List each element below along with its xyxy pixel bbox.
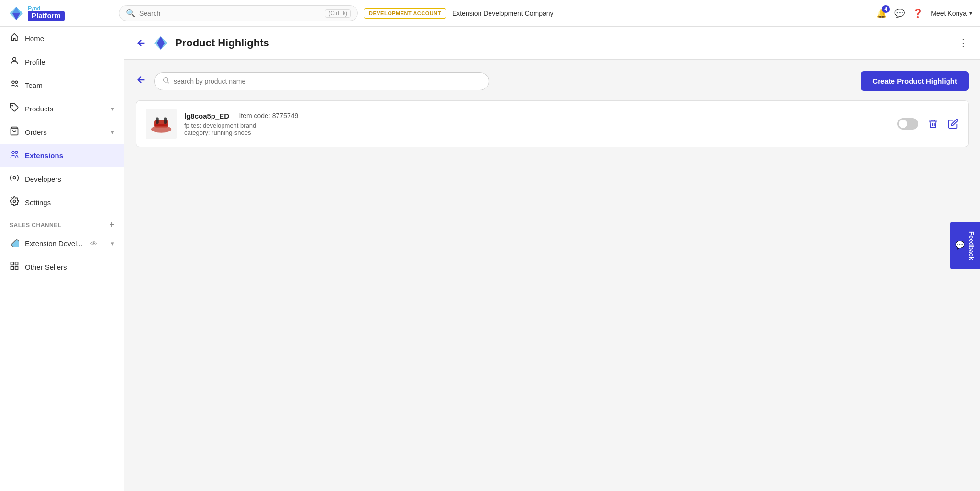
sidebar-item-extension-devel[interactable]: Extension Devel... 👁 ▾ [0, 232, 124, 255]
orders-icon [10, 126, 19, 138]
feedback-label: Feedback [968, 231, 975, 260]
svg-point-19 [164, 77, 168, 82]
sidebar-item-team[interactable]: Team [0, 74, 124, 97]
sidebar-item-orders[interactable]: Orders ▾ [0, 120, 124, 144]
sidebar-label-developers: Developers [25, 175, 61, 183]
developers-icon [10, 173, 19, 185]
sidebar-item-extensions[interactable]: Extensions [0, 144, 124, 167]
svg-point-10 [13, 177, 16, 179]
product-search-input[interactable] [174, 77, 481, 85]
sidebar-item-settings[interactable]: Settings [0, 191, 124, 214]
svg-rect-22 [156, 118, 159, 124]
sidebar: Home Profile Team Products ▾ Orders [0, 27, 124, 491]
sidebar-item-home[interactable]: Home [0, 27, 124, 50]
other-sellers-icon [10, 261, 19, 273]
product-search-icon [162, 76, 170, 86]
table-row: lg8coa5p_ED | Item code: 8775749 fp test… [136, 100, 969, 147]
delete-button[interactable] [928, 119, 938, 129]
help-button[interactable]: ❓ [913, 8, 923, 19]
user-name: Meet Koriya [931, 10, 967, 17]
feedback-chat-icon: 💬 [955, 240, 964, 250]
nav-icons: 🔔 4 💬 ❓ Meet Koriya ▾ [876, 8, 972, 19]
products-icon [10, 103, 19, 115]
notifications-button[interactable]: 🔔 4 [876, 8, 887, 19]
eye-icon: 👁 [90, 240, 97, 248]
page-header-icon [152, 34, 169, 52]
sidebar-item-other-sellers[interactable]: Other Sellers [0, 255, 124, 279]
global-search[interactable]: 🔍 (Ctrl+k) [119, 5, 358, 21]
add-sales-channel-button[interactable]: + [109, 220, 114, 230]
sidebar-label-extension-devel: Extension Devel... [25, 240, 83, 248]
svg-point-5 [15, 81, 18, 83]
product-thumbnail [147, 109, 176, 138]
svg-point-11 [13, 200, 16, 203]
product-category: category: running-shoes [184, 129, 890, 136]
logo[interactable]: Fynd Platform [8, 5, 113, 22]
product-brand: fp test development brand [184, 122, 890, 129]
profile-icon [10, 56, 19, 68]
content-area: Create Product Highlight [124, 60, 980, 491]
search-input[interactable] [139, 10, 321, 17]
page-title: Product Highlights [175, 37, 269, 49]
svg-point-4 [12, 81, 14, 83]
product-list: lg8coa5p_ED | Item code: 8775749 fp test… [136, 100, 969, 147]
orders-chevron: ▾ [111, 129, 114, 136]
svg-rect-15 [11, 267, 14, 270]
search-shortcut: (Ctrl+k) [325, 9, 351, 18]
svg-point-6 [12, 105, 13, 106]
logo-icon [8, 5, 25, 22]
feedback-tab[interactable]: Feedback 💬 [950, 222, 980, 270]
dev-account-badge: DEVELOPMENT ACCOUNT [364, 8, 446, 19]
logo-platform-text: Platform [28, 11, 65, 21]
create-product-highlight-button[interactable]: Create Product Highlight [861, 71, 969, 91]
svg-point-9 [15, 151, 18, 153]
sidebar-item-developers[interactable]: Developers [0, 167, 124, 191]
sidebar-label-home: Home [25, 34, 44, 43]
sidebar-label-orders: Orders [25, 128, 47, 136]
back-button[interactable] [136, 38, 146, 48]
svg-rect-13 [11, 262, 14, 265]
svg-point-8 [12, 151, 14, 153]
product-name: lg8coa5p_ED [184, 112, 229, 120]
svg-point-3 [13, 57, 16, 61]
extension-devel-icon [10, 238, 19, 250]
home-icon [10, 33, 19, 44]
content-back-button[interactable] [136, 75, 146, 87]
sidebar-item-profile[interactable]: Profile [0, 50, 124, 74]
sidebar-label-team: Team [25, 81, 43, 89]
svg-marker-18 [157, 36, 165, 50]
product-item-code: 8775749 [272, 112, 299, 120]
sidebar-label-settings: Settings [25, 198, 51, 207]
sidebar-label-products: Products [25, 105, 53, 113]
more-options-button[interactable]: ⋮ [958, 37, 969, 49]
svg-marker-12 [11, 239, 19, 247]
sales-channel-section: Sales Channel + [0, 214, 124, 232]
search-icon: 🔍 [126, 9, 135, 18]
product-toggle[interactable] [897, 118, 918, 130]
sidebar-label-other-sellers: Other Sellers [25, 263, 67, 271]
sidebar-label-extensions: Extensions [25, 152, 63, 160]
company-name: Extension Development Company [452, 10, 554, 17]
user-menu[interactable]: Meet Koriya ▾ [931, 10, 972, 17]
settings-icon [10, 196, 19, 208]
page-header: Product Highlights ⋮ [124, 27, 980, 60]
search-actions-row: Create Product Highlight [136, 71, 969, 91]
team-icon [10, 79, 19, 91]
toggle-slider [897, 118, 918, 130]
extensions-icon [10, 150, 19, 162]
notification-badge: 4 [882, 5, 890, 13]
main-content: Product Highlights ⋮ Create Product High… [124, 27, 980, 491]
messages-button[interactable]: 💬 [894, 8, 905, 19]
product-image [146, 109, 177, 139]
edit-button[interactable] [948, 119, 958, 129]
svg-rect-14 [15, 262, 18, 265]
sidebar-item-products[interactable]: Products ▾ [0, 97, 124, 120]
svg-rect-16 [15, 267, 18, 270]
product-search[interactable] [154, 72, 489, 90]
user-menu-chevron: ▾ [969, 10, 972, 17]
products-chevron: ▾ [111, 105, 114, 112]
svg-rect-24 [155, 124, 168, 126]
product-actions [897, 118, 958, 130]
extension-devel-chevron: ▾ [111, 240, 114, 247]
top-navigation: Fynd Platform 🔍 (Ctrl+k) DEVELOPMENT ACC… [0, 0, 980, 27]
